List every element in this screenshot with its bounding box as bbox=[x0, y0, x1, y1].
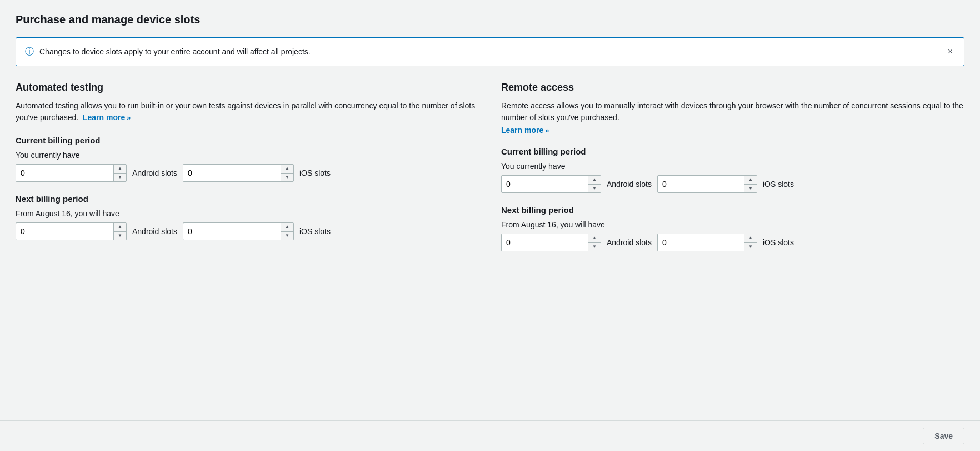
automated-next-android-spinner: ▲ ▼ bbox=[113, 223, 126, 240]
remote-current-android-spinner: ▲ ▼ bbox=[588, 176, 601, 192]
page-container: Purchase and manage device slots ⓘ Chang… bbox=[0, 0, 980, 451]
automated-current-ios-label: iOS slots bbox=[299, 168, 331, 177]
automated-current-ios-up[interactable]: ▲ bbox=[281, 165, 293, 174]
remote-current-ios-input[interactable] bbox=[658, 176, 744, 192]
automated-next-billing-title: Next billing period bbox=[16, 194, 479, 204]
automated-current-you-have: You currently have bbox=[16, 151, 479, 160]
remote-next-android-spinner: ▲ ▼ bbox=[588, 234, 601, 251]
remote-next-ios-input[interactable] bbox=[658, 234, 744, 251]
remote-current-ios-input-wrap: ▲ ▼ bbox=[657, 175, 757, 193]
remote-current-ios-spinner: ▲ ▼ bbox=[744, 176, 757, 192]
automated-current-ios-down[interactable]: ▼ bbox=[281, 174, 293, 182]
remote-current-android-down[interactable]: ▼ bbox=[588, 185, 601, 193]
automated-next-ios-input-wrap: ▲ ▼ bbox=[183, 222, 294, 240]
automated-learn-more-chevrons: » bbox=[127, 112, 131, 123]
remote-learn-more-chevrons: » bbox=[545, 126, 549, 135]
remote-current-ios-label: iOS slots bbox=[763, 180, 794, 189]
remote-description: Remote access allows you to manually int… bbox=[501, 100, 964, 123]
remote-learn-more-link[interactable]: Learn more» bbox=[501, 126, 549, 135]
info-banner: ⓘ Changes to device slots apply to your … bbox=[16, 37, 964, 66]
automated-current-slots-row: ▲ ▼ Android slots ▲ ▼ iOS slots bbox=[16, 164, 479, 182]
automated-next-ios-label: iOS slots bbox=[299, 227, 331, 236]
remote-next-android-input-wrap: ▲ ▼ bbox=[501, 234, 601, 251]
two-column-layout: Automated testing Automated testing allo… bbox=[16, 82, 964, 251]
automated-current-android-label: Android slots bbox=[132, 168, 177, 177]
automated-next-ios-up[interactable]: ▲ bbox=[281, 223, 293, 232]
remote-next-ios-input-wrap: ▲ ▼ bbox=[657, 234, 757, 251]
remote-next-android-label: Android slots bbox=[607, 238, 652, 247]
info-icon: ⓘ bbox=[25, 46, 34, 58]
automated-next-android-up[interactable]: ▲ bbox=[114, 223, 126, 232]
remote-next-android-input[interactable] bbox=[502, 234, 588, 251]
automated-current-ios-input[interactable] bbox=[183, 165, 281, 181]
remote-next-ios-up[interactable]: ▲ bbox=[744, 234, 757, 243]
automated-next-android-down[interactable]: ▼ bbox=[114, 232, 126, 240]
automated-current-ios-spinner: ▲ ▼ bbox=[281, 165, 293, 181]
remote-current-android-label: Android slots bbox=[607, 180, 652, 189]
remote-next-android-down[interactable]: ▼ bbox=[588, 243, 601, 251]
remote-current-android-input[interactable] bbox=[502, 176, 588, 192]
remote-next-billing-title: Next billing period bbox=[501, 205, 964, 215]
remote-current-android-input-wrap: ▲ ▼ bbox=[501, 175, 601, 193]
automated-next-android-label: Android slots bbox=[132, 227, 177, 236]
automated-current-android-input-wrap: ▲ ▼ bbox=[16, 164, 127, 182]
automated-description: Automated testing allows you to run buil… bbox=[16, 100, 479, 123]
automated-next-ios-input[interactable] bbox=[183, 223, 281, 240]
remote-next-slots-row: ▲ ▼ Android slots ▲ ▼ iOS slots bbox=[501, 234, 964, 251]
automated-learn-more-link[interactable]: Learn more» bbox=[83, 112, 131, 123]
automated-current-android-up[interactable]: ▲ bbox=[114, 165, 126, 174]
save-button[interactable]: Save bbox=[923, 428, 964, 444]
automated-next-android-input[interactable] bbox=[16, 223, 113, 240]
automated-current-android-input[interactable] bbox=[16, 165, 113, 181]
remote-section-title: Remote access bbox=[501, 82, 964, 93]
automated-current-android-spinner: ▲ ▼ bbox=[113, 165, 126, 181]
footer-bar: Save bbox=[0, 420, 980, 451]
remote-next-ios-down[interactable]: ▼ bbox=[744, 243, 757, 251]
automated-current-android-down[interactable]: ▼ bbox=[114, 174, 126, 182]
automated-next-android-input-wrap: ▲ ▼ bbox=[16, 222, 127, 240]
remote-current-ios-up[interactable]: ▲ bbox=[744, 176, 757, 185]
remote-current-slots-row: ▲ ▼ Android slots ▲ ▼ iOS slots bbox=[501, 175, 964, 193]
automated-section-title: Automated testing bbox=[16, 82, 479, 93]
remote-access-section: Remote access Remote access allows you t… bbox=[501, 82, 964, 251]
automated-next-ios-down[interactable]: ▼ bbox=[281, 232, 293, 240]
automated-testing-section: Automated testing Automated testing allo… bbox=[16, 82, 479, 251]
remote-next-from-label: From August 16, you will have bbox=[501, 220, 964, 229]
info-banner-text: Changes to device slots apply to your en… bbox=[39, 47, 311, 56]
remote-next-android-up[interactable]: ▲ bbox=[588, 234, 601, 243]
remote-current-billing-title: Current billing period bbox=[501, 147, 964, 156]
remote-next-ios-label: iOS slots bbox=[763, 238, 794, 247]
remote-current-ios-down[interactable]: ▼ bbox=[744, 185, 757, 193]
info-banner-content: ⓘ Changes to device slots apply to your … bbox=[25, 46, 311, 58]
remote-next-ios-spinner: ▲ ▼ bbox=[744, 234, 757, 251]
page-title: Purchase and manage device slots bbox=[16, 13, 964, 26]
remote-current-you-have: You currently have bbox=[501, 162, 964, 171]
remote-current-android-up[interactable]: ▲ bbox=[588, 176, 601, 185]
automated-next-slots-row: ▲ ▼ Android slots ▲ ▼ iOS slots bbox=[16, 222, 479, 240]
dismiss-button[interactable]: × bbox=[946, 46, 955, 58]
automated-current-ios-input-wrap: ▲ ▼ bbox=[183, 164, 294, 182]
automated-next-ios-spinner: ▲ ▼ bbox=[281, 223, 293, 240]
automated-current-billing-title: Current billing period bbox=[16, 136, 479, 145]
automated-next-from-label: From August 16, you will have bbox=[16, 209, 479, 218]
